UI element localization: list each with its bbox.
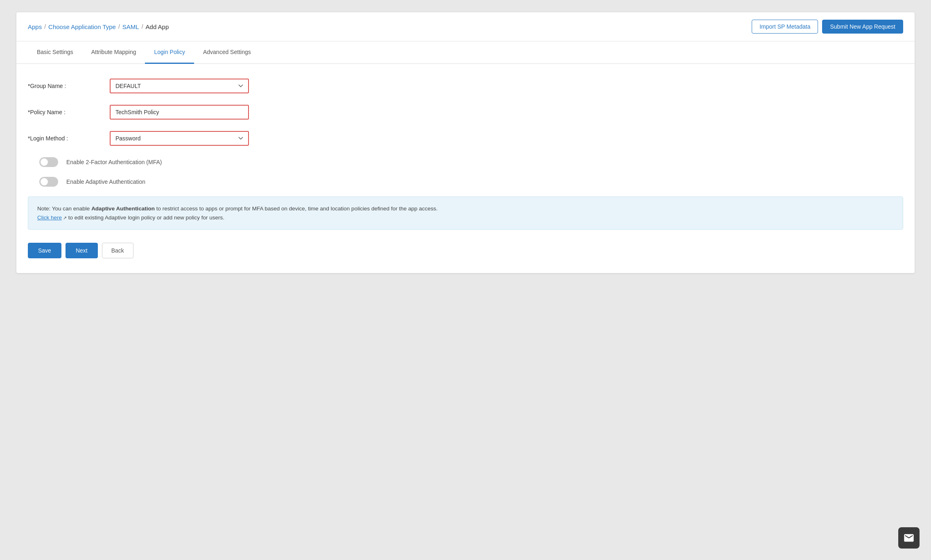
mail-icon — [903, 532, 915, 544]
submit-new-app-request-button[interactable]: Submit New App Request — [822, 20, 903, 34]
breadcrumb-sep-1: / — [44, 23, 46, 30]
click-here-link[interactable]: Click here — [37, 215, 62, 221]
adaptive-auth-toggle-group: Enable Adaptive Authentication — [28, 177, 903, 187]
tab-advanced-settings[interactable]: Advanced Settings — [194, 41, 260, 64]
note-box: Note: You can enable Adaptive Authentica… — [28, 196, 903, 230]
note-bold: Adaptive Authentication — [91, 205, 155, 212]
note-text-before: Note: You can enable — [37, 205, 91, 212]
mfa-toggle-group: Enable 2-Factor Authentication (MFA) — [28, 157, 903, 167]
note-link-suffix: to edit existing Adaptive login policy o… — [67, 215, 224, 221]
adaptive-auth-slider — [39, 177, 58, 187]
login-method-label: *Login Method : — [28, 135, 110, 142]
breadcrumb-saml[interactable]: SAML — [122, 23, 139, 30]
tab-attribute-mapping[interactable]: Attribute Mapping — [82, 41, 145, 64]
mfa-toggle[interactable] — [39, 157, 58, 167]
breadcrumb-choose-app-type[interactable]: Choose Application Type — [48, 23, 116, 30]
import-metadata-button[interactable]: Import SP Metadata — [752, 20, 818, 34]
breadcrumb-sep-3: / — [142, 23, 143, 30]
group-name-select[interactable]: DEFAULT Group1 Group2 — [110, 79, 249, 93]
policy-name-label: *Policy Name : — [28, 109, 110, 115]
adaptive-auth-label: Enable Adaptive Authentication — [66, 178, 145, 185]
breadcrumb-sep-2: / — [118, 23, 120, 30]
tab-basic-settings[interactable]: Basic Settings — [28, 41, 82, 64]
external-link-icon: ↗ — [63, 215, 67, 222]
action-buttons: Save Next Back — [28, 243, 903, 258]
mfa-slider — [39, 157, 58, 167]
header-actions: Import SP Metadata Submit New App Reques… — [752, 20, 903, 34]
login-method-field: *Login Method : Password SSO Certificate — [28, 131, 903, 146]
tab-login-policy[interactable]: Login Policy — [145, 41, 194, 64]
next-button[interactable]: Next — [66, 243, 98, 258]
breadcrumb-apps[interactable]: Apps — [28, 23, 42, 30]
tabs-container: Basic Settings Attribute Mapping Login P… — [16, 41, 915, 64]
breadcrumb-current: Add App — [146, 23, 169, 30]
page-header: Apps / Choose Application Type / SAML / … — [16, 12, 915, 41]
note-text-after: to restrict access to apps or prompt for… — [155, 205, 438, 212]
chat-icon[interactable] — [898, 527, 920, 549]
breadcrumb: Apps / Choose Application Type / SAML / … — [28, 23, 169, 30]
adaptive-auth-toggle[interactable] — [39, 177, 58, 187]
group-name-label: *Group Name : — [28, 83, 110, 89]
back-button[interactable]: Back — [102, 243, 133, 258]
policy-name-input[interactable] — [110, 105, 249, 120]
save-button[interactable]: Save — [28, 243, 61, 258]
login-method-select[interactable]: Password SSO Certificate — [110, 131, 249, 146]
policy-name-field: *Policy Name : — [28, 105, 903, 120]
mfa-label: Enable 2-Factor Authentication (MFA) — [66, 159, 162, 165]
main-content: *Group Name : DEFAULT Group1 Group2 *Pol… — [16, 64, 915, 273]
group-name-field: *Group Name : DEFAULT Group1 Group2 — [28, 79, 903, 93]
